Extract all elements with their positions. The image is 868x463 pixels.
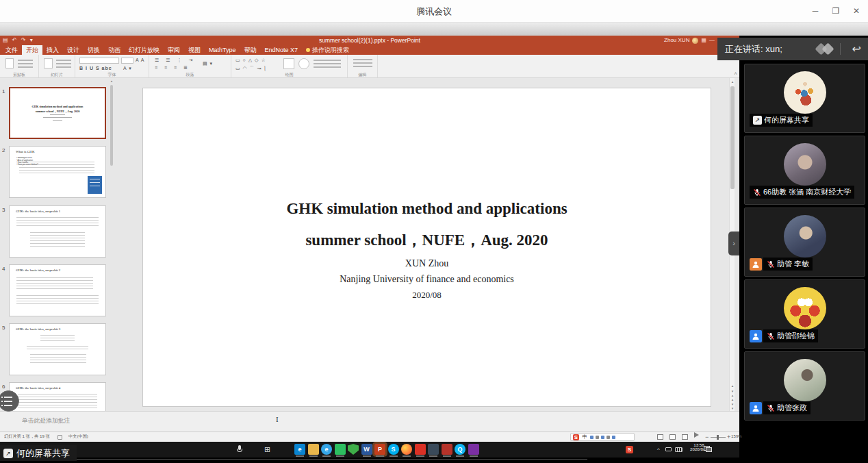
ppt-account[interactable]: Zhou XUN ▦ — bbox=[664, 36, 715, 45]
language-indicator[interactable]: 中文(中国) bbox=[68, 434, 88, 440]
taskbar-app-word-icon[interactable] bbox=[361, 444, 372, 455]
paste-icon[interactable] bbox=[5, 58, 14, 68]
zoom-level[interactable]: 159% bbox=[731, 434, 742, 438]
sogou-logo-icon[interactable]: S bbox=[573, 434, 579, 440]
tab-insert[interactable]: 插入 bbox=[42, 45, 63, 55]
taskbar-app-shield-icon[interactable] bbox=[348, 444, 359, 455]
tab-help[interactable]: 帮助 bbox=[240, 45, 261, 55]
taskbar-app-folder-icon[interactable] bbox=[308, 444, 319, 455]
meeting-window-title: 腾讯会议 bbox=[0, 0, 868, 23]
ime-icon[interactable] bbox=[601, 436, 604, 439]
slide-title-line2: summer school，NUFE，Aug. 2020 bbox=[143, 229, 711, 251]
participant-tile[interactable]: 助管邵绘锦 bbox=[744, 279, 865, 349]
tab-mathtype[interactable]: MathType bbox=[205, 45, 240, 55]
tab-animations[interactable]: 动画 bbox=[104, 45, 125, 55]
participant-tile[interactable]: 66助教 张涵 南京财经大学 bbox=[744, 136, 865, 205]
taskbar-app-crimson-icon[interactable] bbox=[442, 444, 452, 455]
tray-expand-icon[interactable]: ^ bbox=[657, 447, 660, 453]
arrange-icon[interactable] bbox=[283, 58, 294, 69]
align-buttons[interactable]: ≡ ≡ ≡ ≣ bbox=[155, 65, 190, 71]
thumbnail-scrollbar[interactable]: ▴ bbox=[110, 78, 114, 411]
minimize-icon[interactable]: ─ bbox=[805, 0, 826, 23]
participant-tile[interactable]: 助管 李敏 bbox=[744, 208, 865, 277]
avatar bbox=[784, 71, 826, 114]
zoom-slider-knob[interactable] bbox=[717, 435, 719, 440]
ribbon-options-icon[interactable]: ▦ bbox=[701, 36, 706, 45]
slide-thumbnail-5[interactable]: GHK: the basic idea, mvprobit 3 bbox=[9, 323, 106, 375]
muted-mic-icon bbox=[767, 404, 775, 412]
ribbon-group-font[interactable]: A A B I U S abc A ▾ 字体 bbox=[75, 55, 149, 77]
tab-home[interactable]: 开始 bbox=[22, 45, 42, 55]
tray-monitors-icon[interactable] bbox=[704, 446, 712, 452]
taskbar-mic-icon[interactable] bbox=[237, 445, 242, 453]
tray-sogou-icon[interactable]: S bbox=[626, 446, 633, 453]
tray-notification-icon[interactable] bbox=[665, 447, 672, 451]
ime-icon[interactable] bbox=[590, 436, 593, 439]
tab-review[interactable]: 审阅 bbox=[164, 45, 184, 55]
participant-tile[interactable]: 何的屏幕共享 bbox=[744, 64, 865, 133]
sogou-ime-bar[interactable]: S 中 bbox=[570, 433, 635, 441]
previous-slide-icon[interactable]: ▴▴ bbox=[730, 393, 735, 401]
ime-icon[interactable] bbox=[607, 436, 610, 439]
tab-transitions[interactable]: 切换 bbox=[84, 45, 104, 55]
quick-styles-icon[interactable] bbox=[298, 58, 309, 69]
task-view-icon[interactable]: ⊞ bbox=[264, 445, 272, 453]
taskbar-app-qq-icon[interactable] bbox=[455, 444, 465, 455]
normal-view-icon[interactable] bbox=[657, 434, 663, 440]
ppt-minimize-icon[interactable]: — bbox=[709, 36, 715, 45]
restore-icon[interactable]: ❐ bbox=[826, 0, 846, 23]
ime-icon[interactable] bbox=[612, 436, 615, 439]
taskbar-app-skype-icon[interactable] bbox=[388, 444, 399, 455]
zoom-in-icon[interactable]: + bbox=[727, 434, 730, 440]
reading-view-icon[interactable] bbox=[682, 434, 688, 440]
taskbar-app-powerpoint-icon[interactable] bbox=[374, 444, 385, 455]
ime-mode[interactable]: 中 bbox=[583, 434, 587, 440]
slide-thumbnail-1[interactable]: GHK simulation method and applications s… bbox=[9, 87, 106, 139]
taskbar-app-internet-explorer-icon[interactable] bbox=[321, 444, 332, 455]
panel-expand-tab[interactable] bbox=[728, 232, 739, 255]
taskbar-app-dark-icon[interactable] bbox=[428, 444, 439, 455]
ribbon-group-drawing[interactable]: ▭ ○ △ ◇ ☆ ▭ ◠ ⌒ ↝ ⎱ 绘图 bbox=[231, 55, 348, 77]
ribbon-group-paragraph[interactable]: ☰ ☰ ⋮ ⇥ ≡ ≡ ≡ ≣ ▤ ▾ 段落 bbox=[149, 55, 231, 77]
zoom-out-icon[interactable]: − bbox=[705, 434, 709, 440]
list-buttons[interactable]: ☰ ☰ ⋮ ⇥ bbox=[155, 58, 195, 63]
tab-view[interactable]: 视图 bbox=[184, 45, 205, 55]
participant-tile[interactable]: 助管张政 bbox=[744, 351, 865, 421]
slide-thumbnail-6[interactable]: GHK: the basic idea, mvprobit 4 bbox=[9, 382, 106, 411]
next-slide-icon[interactable]: ▾▾ bbox=[730, 402, 735, 410]
taskbar-app-evernote-icon[interactable] bbox=[335, 444, 346, 455]
tab-design[interactable]: 设计 bbox=[63, 45, 84, 55]
new-slide-icon[interactable] bbox=[44, 58, 53, 68]
slide-canvas[interactable]: GHK simulation method and applications s… bbox=[143, 88, 711, 406]
back-arrow-icon[interactable] bbox=[852, 38, 861, 60]
notes-pane[interactable]: 单击此处添加批注 I bbox=[0, 411, 739, 431]
taskbar-app-purple-icon[interactable] bbox=[468, 444, 479, 455]
tab-slideshow[interactable]: 幻灯片放映 bbox=[125, 45, 164, 55]
slide-sorter-icon[interactable] bbox=[669, 434, 676, 440]
tab-file[interactable]: 文件 bbox=[1, 45, 22, 55]
tab-endnote[interactable]: EndNote X7 bbox=[261, 45, 303, 55]
close-icon[interactable]: ✕ bbox=[846, 0, 867, 23]
font-name-box[interactable] bbox=[79, 58, 119, 64]
tell-me-search[interactable]: 操作说明搜索 bbox=[306, 45, 349, 55]
windows-taskbar: ⊞ S ^ 13:58 2020/8/18 bbox=[0, 442, 739, 458]
scrollbar-thumb[interactable] bbox=[730, 86, 735, 189]
taskbar-app-red-icon[interactable] bbox=[415, 444, 426, 455]
taskbar-app-edge-icon[interactable] bbox=[294, 444, 305, 455]
tray-keyboard-icon[interactable] bbox=[675, 447, 682, 452]
font-style-buttons[interactable]: B I U S abc bbox=[79, 66, 112, 71]
slide-thumbnail-4[interactable]: GHK: the basic idea, mvprobit 2 bbox=[9, 264, 106, 316]
collapse-ribbon-icon[interactable]: ˄ bbox=[734, 71, 737, 77]
slide-thumbnail-2[interactable]: What is GHK • Meaning of G H K • Area of… bbox=[9, 146, 106, 198]
slideshow-icon[interactable] bbox=[694, 432, 699, 438]
ime-icon[interactable] bbox=[596, 436, 599, 439]
slide-thumbnail-3[interactable]: GHK: the basic idea, mvprobit 1 bbox=[9, 205, 106, 258]
ribbon-group-editing[interactable]: 编辑 bbox=[348, 55, 378, 77]
ribbon-group-clipboard[interactable]: 剪贴板 bbox=[0, 55, 39, 77]
screen-share-banner: 何的屏幕共享 bbox=[0, 445, 77, 461]
shape-gallery[interactable]: ▭ ○ △ ◇ ☆ bbox=[235, 58, 266, 63]
taskbar-app-firefox-icon[interactable] bbox=[401, 444, 412, 455]
ribbon-group-slides[interactable]: 幻灯片 bbox=[39, 55, 75, 77]
thumbnail-number: 6 bbox=[2, 384, 8, 390]
font-size-box[interactable] bbox=[121, 58, 133, 64]
